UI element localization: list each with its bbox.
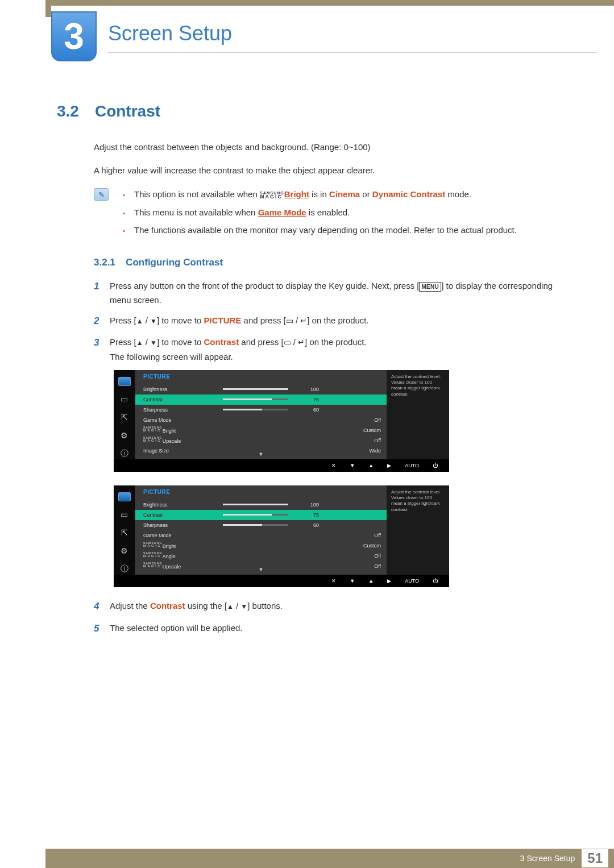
size-tab-icon: ⇱ [118,528,131,538]
info-tab-icon: ⓘ [118,448,131,459]
osd-slider-fill [223,524,262,526]
note-item-1: This option is not available when SAMSUN… [123,187,517,202]
settings-tab-icon: ⚙ [118,546,131,556]
osd-row: Brightness100 [143,500,381,510]
osd-slider-fill [223,409,262,410]
note-icon: ✎ [94,188,109,201]
intro-1: Adjust the contrast between the objects … [94,141,574,154]
step-number: 3 [94,335,102,364]
scroll-down-icon: ▼ [259,451,264,457]
magic-label: SAMSUNGMAGIC [260,192,284,199]
steps-cont: 4 Adjust the Contrast using the [▲ / ▼] … [94,599,574,637]
step-number: 1 [94,279,102,308]
osd-row-value: Off [358,563,381,569]
down-icon: ▼ [350,578,355,584]
osd-slider-fill [223,398,272,400]
osd-row-label: SAMSUNGMAGICBright [143,542,223,549]
osd-row: SAMSUNGMAGICUpscaleOff [143,435,381,446]
note-list: This option is not available when SAMSUN… [123,187,517,241]
osd-row: Game ModeOff [143,415,381,425]
step-text: Press [▲ / ▼] to move to Contrast and pr… [110,335,367,364]
osd-row-value: 75 [296,397,319,402]
info-tab-icon: ⓘ [118,564,131,574]
page-number: 51 [582,849,608,867]
step-number: 4 [94,599,102,615]
step-2: 2 Press [▲ / ▼] to move to PICTURE and p… [94,313,574,330]
top-bar [45,0,614,6]
step-text: Adjust the Contrast using the [▲ / ▼] bu… [110,599,283,615]
step-text: Press [▲ / ▼] to move to PICTURE and pre… [110,313,369,330]
osd-title: PICTURE [143,489,381,495]
up-icon: ▲ [368,463,374,468]
osd-row-label: Game Mode [143,533,223,538]
triangle-up-icon: ▲ [136,315,143,327]
monitor-icon [118,377,131,386]
step-text: The selected option will be applied. [110,621,242,637]
osd-row-label: Game Mode [143,417,223,423]
osd-row: SAMSUNGMAGICBrightCustom [143,541,381,551]
step-5: 5 The selected option will be applied. [94,621,574,637]
close-icon: ✕ [331,463,336,468]
subsection-number: 3.2.1 [94,257,115,268]
right-icon: ▶ [387,578,391,584]
rect-icon: ▭ [284,336,291,350]
osd-main: PICTURE Brightness100Contrast75Sharpness… [135,485,387,575]
osd-row: Brightness100 [143,384,381,394]
osd-title: PICTURE [143,373,381,380]
osd-row-label: Contrast [143,397,223,402]
osd-row: SAMSUNGMAGICAngleOff [143,551,381,561]
osd-row-value: Off [358,553,381,559]
power-icon: ⏻ [433,463,438,468]
power-icon: ⏻ [433,578,438,584]
osd-row-label: SAMSUNGMAGICBright [143,426,223,434]
dynamic-contrast-mode: Dynamic Contrast [372,189,445,199]
contrast-label: Contrast [150,601,185,610]
osd-rows: Brightness100Contrast75Sharpness60Game M… [143,500,381,571]
triangle-up-icon: ▲ [136,337,143,348]
osd-slider-fill [223,504,288,505]
osd-row-value: 60 [296,522,319,528]
cinema-mode: Cinema [329,189,360,199]
monitor-icon [118,492,131,501]
osd-screen-1: ▭ ⇱ ⚙ ⓘ PICTURE Brightness100Contrast75S… [114,370,449,472]
osd-row: Sharpness60 [143,520,381,530]
auto-label: AUTO [405,463,419,468]
enter-icon: ↵ [300,314,307,328]
game-mode-link[interactable]: Game Mode [258,207,306,217]
triangle-down-icon: ▼ [150,337,157,348]
osd-slider [223,524,288,526]
osd-slider-fill [223,388,288,390]
footer-bar: 3 Screen Setup 51 [45,849,614,868]
close-icon: ✕ [331,578,336,584]
osd-sidebar: ▭ ⇱ ⚙ ⓘ [114,370,135,459]
osd-main: PICTURE Brightness100Contrast75Sharpness… [135,370,387,459]
osd-row-label: Contrast [143,512,223,518]
osd-row-label: Sharpness [143,407,223,413]
steps: 1 Press any button on the front of the p… [94,279,574,364]
osd-row-value: 100 [296,502,319,508]
osd-row-value: Off [358,533,381,538]
triangle-down-icon: ▼ [240,601,247,612]
section-number: 3.2 [57,102,79,121]
bright-link[interactable]: Bright [284,189,309,199]
osd-row-label: Sharpness [143,522,223,528]
osd-row-value: 100 [296,387,319,392]
osd-slider [223,504,288,505]
osd-sidebar: ▭ ⇱ ⚙ ⓘ [114,485,135,575]
up-icon: ▲ [368,578,374,584]
osd-row: Game ModeOff [143,530,381,541]
osd-row-selected: Contrast75 [135,394,387,405]
osd-row-label: SAMSUNGMAGICUpscale [143,562,223,570]
contrast-label: Contrast [204,337,239,347]
size-tab-icon: ⇱ [118,412,131,422]
enter-icon: ↵ [298,336,305,350]
osd-slider [223,398,288,400]
osd-footer: ✕ ▼ ▲ ▶ AUTO ⏻ [114,575,449,587]
rect-icon: ▭ [286,314,293,328]
osd-slider [223,514,288,516]
content: 3.2 Contrast Adjust the contrast between… [57,102,574,642]
osd-slider [223,409,288,410]
section-heading: 3.2 Contrast [57,102,574,121]
osd-footer: ✕ ▼ ▲ ▶ AUTO ⏻ [114,459,449,472]
menu-button-label: MENU [419,282,441,292]
